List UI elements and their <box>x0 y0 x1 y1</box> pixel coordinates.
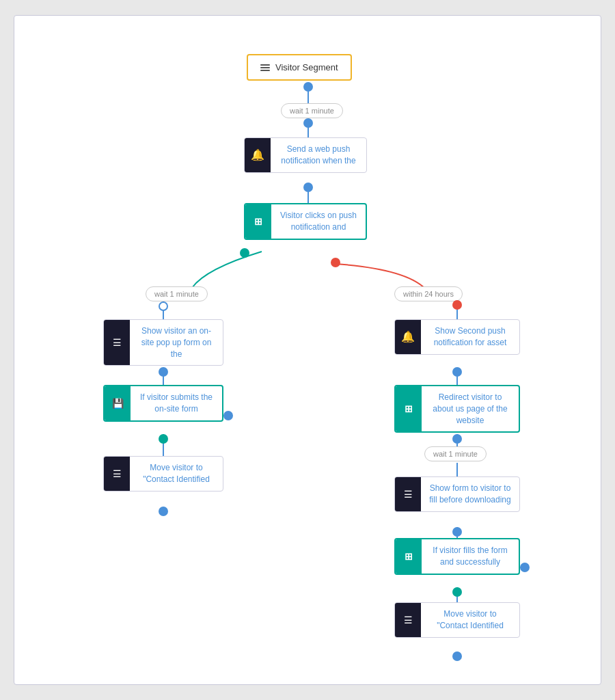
move2-text: Move visitor to "Contact Identified <box>421 603 519 637</box>
condition-1-node[interactable]: ⊞ Visitor clicks on push notification an… <box>244 203 367 240</box>
move1-icon-box: ☰ <box>104 457 130 491</box>
dot-showform-bot <box>452 527 462 537</box>
connector-dot <box>303 82 313 92</box>
cond-form-text: If visitor submits the on-site form <box>131 386 222 420</box>
dot-cond-form-right <box>223 411 233 420</box>
redirect-text: Redirect visitor to about us page of the… <box>422 386 519 431</box>
red-dot-right <box>331 258 340 267</box>
redirect-icon-box: ⊞ <box>396 386 422 431</box>
condition-form-node[interactable]: 💾 If visitor submits the on-site form <box>103 385 223 422</box>
move2-icon: ☰ <box>404 615 413 625</box>
popup-form-node[interactable]: ☰ Show visitor an on-site pop up form on… <box>103 319 223 366</box>
bell-icon: 🔔 <box>251 148 264 161</box>
within-24-pill: within 24 hours <box>394 286 463 301</box>
workflow-canvas: Visitor Segment wait 1 minute 🔔 Send a w… <box>14 15 601 685</box>
dot-redirect-bot <box>452 434 462 444</box>
red-dot-24 <box>452 300 462 310</box>
show-form-icon: ☰ <box>404 489 413 500</box>
connector-dot-left <box>159 301 168 311</box>
connector-dot-push2-bot <box>452 367 462 377</box>
cond-fill-icon: ⊞ <box>405 551 413 562</box>
redirect-node[interactable]: ⊞ Redirect visitor to about us page of t… <box>394 385 520 433</box>
condition-icon-box: ⊞ <box>245 204 271 239</box>
push-notification-1-node[interactable]: 🔔 Send a web push notification when the <box>244 137 367 173</box>
push-1-text: Send a web push notification when the <box>271 138 366 172</box>
dot-move2-bot <box>452 651 462 661</box>
push-2-text: Show Second push notification for asset <box>421 320 519 354</box>
cond-fill-text: If visitor fills the form and successful… <box>422 539 519 574</box>
visitor-segment-node[interactable]: Visitor Segment <box>247 54 352 81</box>
redirect-icon: ⊞ <box>405 403 413 414</box>
popup-text: Show visitor an on-site pop up form on t… <box>130 320 223 365</box>
connector-dot-popup-bot <box>159 367 168 377</box>
cond-fill-node[interactable]: ⊞ If visitor fills the form and successf… <box>394 538 520 575</box>
move-visitor-2-node[interactable]: ☰ Move visitor to "Contact Identified <box>394 602 520 638</box>
show-form-text: Show form to visitor to fill before down… <box>421 477 519 511</box>
dot-condfill-right <box>520 563 530 572</box>
teal-dot-left <box>240 248 249 258</box>
push2-icon-box: 🔔 <box>395 320 421 354</box>
dot-condfill-bot <box>452 587 462 597</box>
dot-cond-form-bot <box>159 434 168 444</box>
visitor-segment-label: Visitor Segment <box>275 62 338 72</box>
bell-icon-box: 🔔 <box>245 138 271 172</box>
wait-2-left-pill: wait 1 minute <box>146 286 208 301</box>
condition-1-text: Visitor clicks on push notification and <box>271 204 366 239</box>
wait-1-pill: wait 1 minute <box>281 103 343 118</box>
connector-dot-3 <box>303 183 313 192</box>
list-icon <box>260 64 270 71</box>
save-icon: 💾 <box>112 398 124 409</box>
popup-icon-box: ☰ <box>104 320 130 365</box>
condition-icon: ⊞ <box>254 216 262 227</box>
show-form-icon-box: ☰ <box>395 477 421 511</box>
cond-form-icon-box: 💾 <box>105 386 131 420</box>
push-2-node[interactable]: 🔔 Show Second push notification for asse… <box>394 319 520 355</box>
dot-move1-bot <box>159 507 168 516</box>
move2-icon-box: ☰ <box>395 603 421 637</box>
bell-2-icon: 🔔 <box>401 330 415 343</box>
show-form-node[interactable]: ☰ Show form to visitor to fill before do… <box>394 476 520 512</box>
popup-icon: ☰ <box>113 337 122 348</box>
cond-fill-icon-box: ⊞ <box>396 539 422 574</box>
wait-3-pill: wait 1 minute <box>424 446 487 461</box>
connector-dot-2 <box>303 118 313 128</box>
move1-text: Move visitor to "Contact Identified <box>130 457 223 491</box>
move1-icon: ☰ <box>113 468 122 479</box>
move-visitor-1-node[interactable]: ☰ Move visitor to "Contact Identified <box>103 456 223 492</box>
